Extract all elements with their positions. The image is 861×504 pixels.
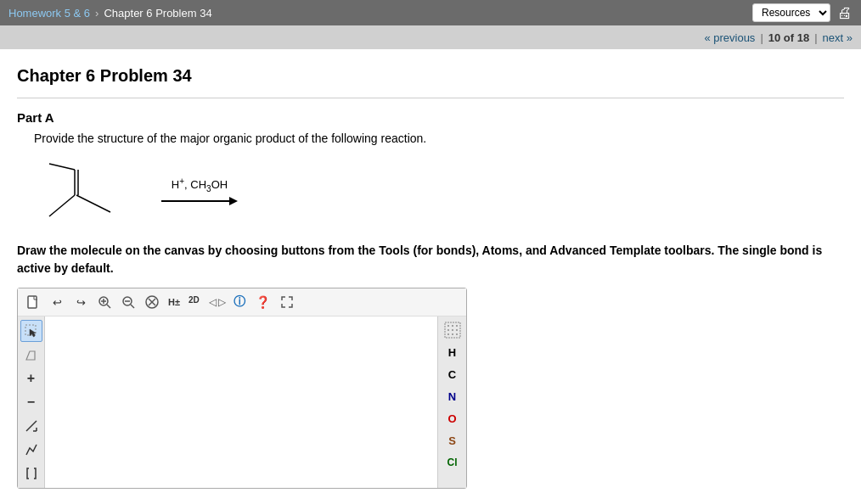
- zoom-out-button[interactable]: [118, 292, 138, 312]
- erase-tool-button[interactable]: [20, 344, 42, 366]
- 2d-button[interactable]: 2D: [186, 292, 202, 312]
- dots-button[interactable]: [441, 320, 464, 340]
- svg-point-28: [452, 333, 453, 335]
- svg-point-21: [447, 325, 449, 327]
- bond-tool-button[interactable]: [20, 415, 42, 437]
- svg-line-3: [76, 195, 110, 212]
- canvas-area[interactable]: [45, 316, 437, 488]
- clear-button[interactable]: [142, 292, 162, 312]
- reaction-area: H+, CH3OH: [42, 157, 844, 225]
- main-content: Chapter 6 Problem 34 Part A Provide the …: [0, 49, 861, 497]
- select-tool-button[interactable]: [20, 320, 42, 342]
- molecule-svg: [42, 157, 144, 225]
- new-button[interactable]: [23, 292, 43, 312]
- reaction-arrow: [161, 197, 238, 205]
- atom-O-button[interactable]: O: [441, 408, 464, 428]
- svg-line-4: [49, 164, 75, 170]
- atom-Cl-button[interactable]: Cl: [441, 452, 464, 473]
- svg-point-22: [452, 325, 453, 327]
- svg-point-25: [452, 329, 453, 331]
- editor-body: + −: [18, 316, 466, 488]
- breadcrumb-separator: ›: [95, 7, 98, 20]
- reaction-arrow-area: H+, CH3OH: [161, 176, 238, 205]
- pagination-count: 10 of 18: [768, 31, 809, 44]
- svg-point-29: [456, 333, 458, 335]
- print-icon[interactable]: 🖨: [837, 4, 853, 22]
- svg-line-7: [107, 305, 110, 308]
- resources-select[interactable]: Resources: [752, 3, 830, 22]
- atom-S-button[interactable]: S: [441, 430, 464, 451]
- part-label: Part A: [17, 110, 844, 125]
- breadcrumb: Homework 5 & 6 › Chapter 6 Problem 34: [8, 7, 212, 20]
- expand-button[interactable]: [277, 292, 297, 312]
- svg-line-17: [26, 421, 37, 431]
- left-tools-panel: + −: [18, 316, 45, 488]
- right-atoms-panel: H C N O S Cl: [437, 316, 466, 488]
- svg-point-24: [447, 329, 449, 331]
- minus-tool-button[interactable]: −: [20, 391, 42, 413]
- svg-point-27: [447, 333, 449, 335]
- chain-tool-button[interactable]: [20, 439, 42, 461]
- svg-line-11: [131, 305, 134, 308]
- plus-tool-button[interactable]: +: [20, 367, 42, 389]
- atom-C-button[interactable]: C: [441, 364, 464, 384]
- breadcrumb-current: Chapter 6 Problem 34: [104, 7, 211, 20]
- help-button[interactable]: ❓: [253, 292, 273, 312]
- pagination-divider-2: |: [814, 31, 817, 44]
- h-toggle-button[interactable]: H±: [166, 292, 183, 312]
- nav-arrows: ◁ ▷: [209, 296, 226, 308]
- arrow-line: [161, 200, 229, 202]
- instructions: Draw the molecule on the canvas by choos…: [17, 242, 844, 277]
- svg-point-23: [456, 325, 458, 327]
- editor-toolbar: ↩ ↪ H± 2D ◁ ▷ ⓘ ❓: [18, 288, 466, 316]
- redo-button[interactable]: ↪: [70, 292, 91, 312]
- top-nav-right: Resources 🖨: [752, 3, 853, 22]
- divider: [17, 98, 844, 98]
- previous-link[interactable]: « previous: [704, 31, 755, 44]
- svg-rect-5: [28, 296, 37, 308]
- chapter-title: Chapter 6 Problem 34: [17, 66, 844, 86]
- atom-N-button[interactable]: N: [441, 386, 464, 406]
- editor-container: ↩ ↪ H± 2D ◁ ▷ ⓘ ❓: [17, 288, 467, 489]
- breadcrumb-link[interactable]: Homework 5 & 6: [8, 7, 90, 20]
- nav-left-button[interactable]: ◁: [209, 296, 217, 308]
- pagination-divider: |: [760, 31, 763, 44]
- next-link[interactable]: next »: [823, 31, 853, 44]
- question-text: Provide the structure of the major organ…: [34, 132, 844, 145]
- atom-H-button[interactable]: H: [441, 342, 464, 362]
- zoom-in-button[interactable]: [94, 292, 115, 312]
- arrow-head: [229, 197, 238, 205]
- pagination-bar: « previous | 10 of 18 | next »: [0, 25, 861, 49]
- bracket-tool-button[interactable]: [20, 462, 42, 484]
- top-nav: Homework 5 & 6 › Chapter 6 Problem 34 Re…: [0, 0, 861, 25]
- reaction-condition: H+, CH3OH: [172, 176, 228, 193]
- undo-button[interactable]: ↩: [47, 292, 67, 312]
- svg-line-2: [49, 195, 75, 216]
- info-button[interactable]: ⓘ: [229, 292, 250, 312]
- nav-right-button[interactable]: ▷: [218, 296, 226, 308]
- svg-point-26: [456, 329, 458, 331]
